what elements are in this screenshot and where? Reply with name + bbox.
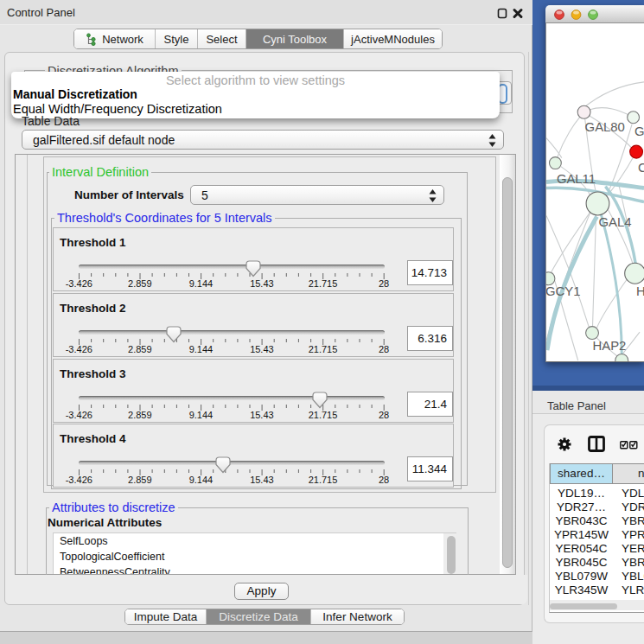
svg-text:GAL11: GAL11 bbox=[557, 171, 596, 185]
svg-text:GAL4: GAL4 bbox=[598, 215, 631, 229]
svg-text:GCY1: GCY1 bbox=[545, 284, 580, 298]
svg-text:GA: GA bbox=[634, 124, 644, 138]
svg-text:HAP2: HAP2 bbox=[593, 339, 627, 353]
svg-text:GAL80: GAL80 bbox=[585, 120, 625, 134]
svg-text:C: C bbox=[638, 161, 644, 175]
svg-text:H: H bbox=[636, 284, 644, 298]
